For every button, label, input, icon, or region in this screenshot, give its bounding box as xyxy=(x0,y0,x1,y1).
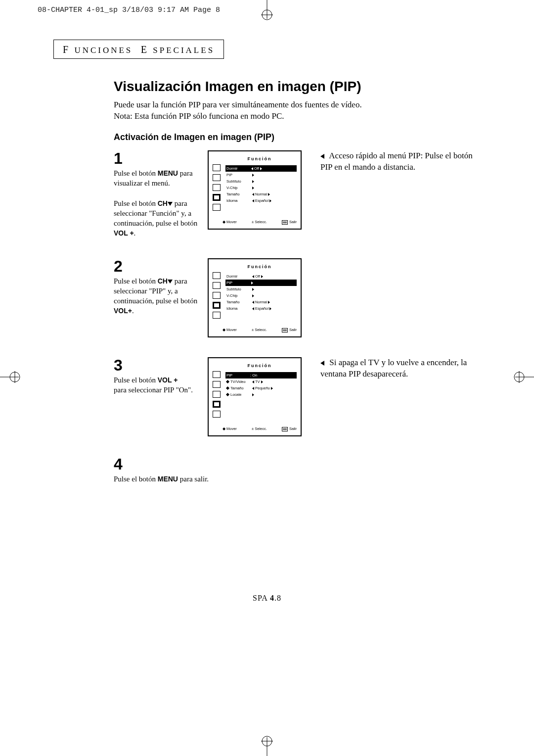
step-2: 2 Pulse el botón CH para seleccionar "PI… xyxy=(114,258,480,337)
step-1: 1 Pulse el botón MENU para visualizar el… xyxy=(114,150,480,238)
osd-foot-exit: Salir xyxy=(282,426,297,431)
page-title: Visualización Imagen en imagen (PIP) xyxy=(114,79,480,94)
osd-foot-move: Mover xyxy=(222,220,237,225)
left-arrow-icon xyxy=(320,154,324,159)
step-4: 4 Pulse el botón MENU para salir. xyxy=(114,456,480,484)
step-number: 2 xyxy=(114,258,198,274)
osd-screenshot-1: Función DormirOff PIP Subtítulo V-Chip T… xyxy=(208,150,302,230)
page-footer: SPA 4.8 xyxy=(0,594,534,603)
osd-foot-select: Selecc. xyxy=(252,426,267,431)
step-3-tip: Si apaga el TV y lo vuelve a encender, l… xyxy=(316,357,480,380)
osd-foot-move: Mover xyxy=(222,328,237,332)
osd-title: Función xyxy=(222,363,297,368)
osd-tab-icon xyxy=(213,312,221,319)
print-slug: 08-CHAPTER 4-01_sp 3/18/03 9:17 AM Page … xyxy=(38,6,220,14)
section-tag: F UNCIONES E SPECIALES xyxy=(53,40,224,59)
osd-tab-icon xyxy=(213,391,221,398)
osd-tab-icon xyxy=(213,174,221,181)
osd-tab-icon xyxy=(213,204,221,211)
subheading: Activación de Imagen en imagen (PIP) xyxy=(114,132,480,142)
osd-tab-icon xyxy=(213,282,221,289)
osd-tab-icon xyxy=(213,381,221,388)
step-number: 3 xyxy=(114,357,198,373)
down-arrow-icon xyxy=(168,202,173,206)
step-1-tip: Acceso rápido al menú PIP: Pulse el botó… xyxy=(316,150,480,173)
osd-foot-move: Mover xyxy=(222,426,237,431)
osd-tab-icon xyxy=(213,411,221,418)
osd-tab-icon xyxy=(213,292,221,299)
left-arrow-icon xyxy=(320,361,324,366)
osd-title: Función xyxy=(222,156,297,161)
osd-title: Función xyxy=(222,264,297,269)
osd-tab-icon-selected xyxy=(213,302,221,309)
step-number: 4 xyxy=(114,456,361,472)
osd-tab-icon xyxy=(213,371,221,378)
osd-screenshot-3: Función PIP: On TV/VideoTV TamañoPequeño… xyxy=(208,357,302,436)
osd-tab-icon xyxy=(213,184,221,191)
osd-foot-select: Selecc. xyxy=(252,220,267,225)
crop-mark-bottom xyxy=(252,731,282,756)
osd-foot-select: Selecc. xyxy=(252,328,267,332)
osd-tab-icon xyxy=(213,272,221,279)
osd-foot-exit: Salir xyxy=(282,220,297,225)
step-number: 1 xyxy=(114,150,198,166)
osd-foot-exit: Salir xyxy=(282,328,297,332)
osd-screenshot-2: Función DormirOff PIP Subtítulo V-Chip T… xyxy=(208,258,302,337)
osd-tab-icon-selected xyxy=(213,194,221,201)
step-3: 3 Pulse el botón VOL + para seleccionar … xyxy=(114,357,480,436)
crop-mark-right xyxy=(509,362,534,394)
osd-tab-icon xyxy=(213,164,221,171)
crop-mark-top xyxy=(252,0,282,25)
osd-tab-icon-selected xyxy=(213,401,221,408)
crop-mark-left xyxy=(0,362,25,394)
intro-text: Puede usar la función PIP para ver simul… xyxy=(114,99,480,122)
down-arrow-icon xyxy=(168,280,173,284)
